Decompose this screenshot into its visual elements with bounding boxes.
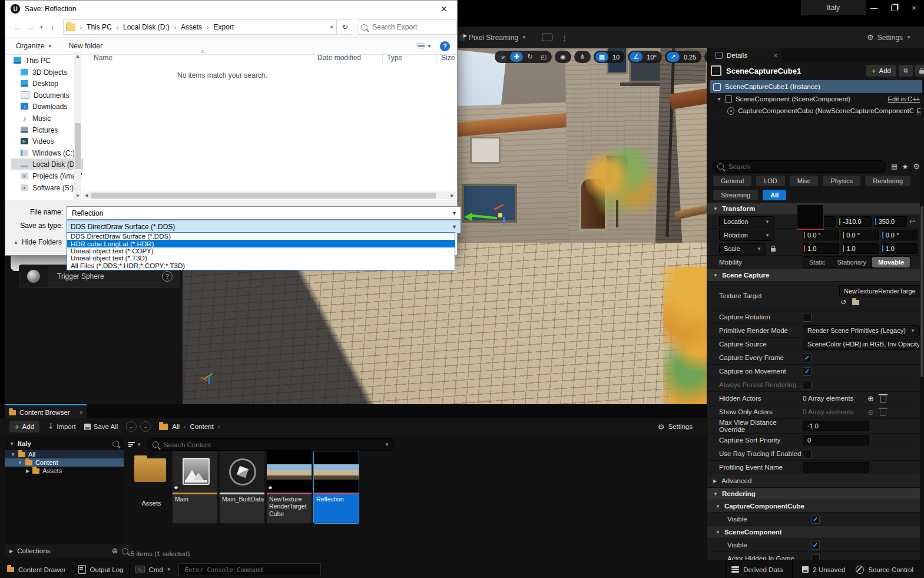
cb-collections-bar[interactable]: ▶ Collections ⊕ <box>5 544 133 557</box>
scroll-down-icon[interactable]: ▼ <box>74 193 81 199</box>
tab-details[interactable]: Details × <box>711 48 781 62</box>
rotation-snap-value[interactable]: 10° <box>643 54 660 61</box>
capture-rotation-checkbox[interactable]: ✓ <box>803 313 812 322</box>
dialog-search-box[interactable] <box>357 19 457 35</box>
asset-tile-main[interactable]: * Main <box>172 451 218 524</box>
cmd-button[interactable]: >_ Cmd▼ <box>135 566 171 573</box>
location-y[interactable]: -310.0 <box>838 216 871 227</box>
rotation-dropdown[interactable]: Rotation▼ <box>719 230 774 241</box>
scale-y[interactable]: 1.0 <box>842 243 878 254</box>
collections-search-icon[interactable] <box>122 548 128 554</box>
refresh-button[interactable]: ↻ <box>337 19 353 35</box>
breadcrumb-assets[interactable]: Assets <box>181 23 202 31</box>
use-ray-tracing-checkbox[interactable]: ✓ <box>803 450 812 458</box>
type-option-hdr[interactable]: HDR cube LongLat (*.HDR) <box>67 240 455 247</box>
location-dropdown[interactable]: Location▼ <box>719 216 774 227</box>
column-name[interactable]: Name <box>94 54 112 62</box>
grid-snap-value[interactable]: 10 <box>609 54 623 61</box>
close-tab-icon[interactable]: × <box>774 52 777 59</box>
filter-physics[interactable]: Physics <box>823 176 860 186</box>
settings-button[interactable]: ⚙ Settings▼ <box>867 33 911 42</box>
filter-streaming[interactable]: Streaming <box>713 190 758 200</box>
cb-import-button[interactable]: ↧ Import <box>48 422 76 431</box>
asset-tile-main-builtdata[interactable]: Main_BuiltData <box>219 451 265 524</box>
crumb-all[interactable]: All <box>172 423 180 430</box>
help-button[interactable]: ? <box>440 41 450 51</box>
address-dropdown-chevron[interactable]: ▼ <box>329 25 334 30</box>
scale-x[interactable]: 1.0 <box>803 243 839 254</box>
sidebar-scrollbar-thumb[interactable] <box>75 123 81 169</box>
filter-lod[interactable]: LOD <box>756 176 785 186</box>
reset-location-icon[interactable]: ↩ <box>909 217 915 226</box>
section-scene-capture[interactable]: ▼Scene Capture <box>707 269 920 282</box>
snap-plane-icon[interactable]: ⋔ <box>576 52 589 62</box>
texture-target-dropdown[interactable]: NewTextureRenderTarge▼ <box>839 285 924 296</box>
use-selected-asset-icon[interactable]: ↺ <box>840 298 846 306</box>
scroll-up-icon[interactable]: ▲ <box>74 54 81 59</box>
derived-data-button[interactable]: Derived Data <box>731 566 783 574</box>
scale-z[interactable]: 1.0 <box>881 243 918 254</box>
type-option-copy[interactable]: Unreal object text (*.COPY) <box>67 247 455 255</box>
scroll-left-icon[interactable]: ◀ <box>85 193 88 198</box>
scale-dropdown[interactable]: Scale▼ <box>719 243 766 255</box>
edit-link-truncated[interactable]: E <box>917 107 921 114</box>
filter-rendering[interactable]: Rendering <box>865 176 910 186</box>
type-option-all-files[interactable]: All Files (*.DDS;*.HDR;*.COPY;*.T3D) <box>67 262 455 269</box>
details-scrollbar[interactable] <box>920 160 924 560</box>
close-tab-icon[interactable]: × <box>80 409 83 416</box>
close-button[interactable]: × <box>904 0 924 15</box>
display-filter-icon[interactable]: ▤ <box>891 163 897 170</box>
section-scene-component[interactable]: ▼SceneComponent <box>707 526 920 539</box>
sidebar-local-disk-d[interactable]: Local Disk (D:) <box>11 158 83 170</box>
scale-tool-icon[interactable]: ◰ <box>537 52 550 62</box>
rotation-x[interactable]: 0.0 ° <box>803 230 839 240</box>
hide-folders-button[interactable]: ▲ Hide Folders <box>14 238 62 246</box>
file-list[interactable]: Name ∧ Date modified Type Size No items … <box>83 51 456 188</box>
favorites-star-icon[interactable]: ★ <box>902 163 909 171</box>
dialog-close-button[interactable]: ✕ <box>430 1 457 17</box>
scroll-right-icon[interactable]: ▶ <box>451 193 454 198</box>
tree-item-assets[interactable]: ▶ Assets <box>5 467 124 475</box>
capture-every-frame-checkbox[interactable]: ✓ <box>803 354 812 362</box>
minimize-button[interactable]: — <box>864 0 884 15</box>
blueprint-icon[interactable]: ⧉ <box>899 65 913 77</box>
scale-lock-icon[interactable] <box>771 248 776 252</box>
add-component-button[interactable]: + Add <box>866 65 896 77</box>
output-log-button[interactable]: Output Log <box>78 565 124 574</box>
row-advanced-scene-capture[interactable]: ▶Advanced <box>707 474 920 488</box>
filter-general[interactable]: General <box>713 176 751 186</box>
save-as-type-combobox[interactable]: DDS DirectDraw Surface (*.DDS) ▼ <box>67 220 461 233</box>
rotate-tool-icon[interactable]: ↻ <box>524 52 536 62</box>
view-options-button[interactable]: ▼ <box>418 42 432 50</box>
chevron-down-icon[interactable]: ▼ <box>452 224 457 230</box>
always-persist-checkbox[interactable]: ✓ <box>803 381 812 389</box>
add-array-element-icon[interactable]: ⊕ <box>867 394 874 403</box>
transform-gizmo[interactable] <box>463 203 510 230</box>
capture-on-movement-checkbox[interactable]: ✓ <box>803 367 812 376</box>
column-date-modified[interactable]: Date modified <box>317 54 361 62</box>
pixel-streaming-button[interactable]: ▶ Pixel Streaming▼ <box>459 34 526 42</box>
cb-save-all-button[interactable]: Save All <box>84 423 118 430</box>
tab-content-browser[interactable]: Content Browser × <box>5 404 87 420</box>
details-search-input[interactable] <box>712 160 886 173</box>
tree-row-root[interactable]: SceneCaptureCube1 (Instance) <box>710 80 922 93</box>
scale-snap-icon[interactable]: ↗ <box>667 52 680 62</box>
cb-add-button[interactable]: + Add <box>9 421 39 432</box>
asset-tile-rendertarget[interactable]: * NewTexture RenderTarget Cube <box>266 451 312 524</box>
breadcrumb-export[interactable]: Export <box>213 23 234 31</box>
type-option-t3d[interactable]: Unreal object text (*.T3D) <box>67 255 455 262</box>
help-icon[interactable]: ? <box>162 271 173 282</box>
details-scrollbar-thumb[interactable] <box>920 206 923 377</box>
forward-icon[interactable]: → <box>140 421 151 432</box>
filter-misc[interactable]: Misc <box>790 176 819 186</box>
cb-settings-button[interactable]: ⚙ Settings <box>658 422 693 431</box>
unsaved-button[interactable]: 2 Unsaved <box>802 566 845 573</box>
column-size[interactable]: Size <box>441 54 455 62</box>
max-view-distance-input[interactable]: -1.0 <box>803 421 869 431</box>
tree-item-all[interactable]: ▼ All <box>5 450 124 458</box>
grid-snap-icon[interactable]: ▦ <box>595 52 608 62</box>
media-capture-icon[interactable] <box>542 34 552 41</box>
location-z[interactable]: 350.0 <box>874 216 907 227</box>
nav-history-chevron[interactable]: ▼ <box>38 25 46 30</box>
asset-tile-folder[interactable]: Assets <box>131 454 172 524</box>
